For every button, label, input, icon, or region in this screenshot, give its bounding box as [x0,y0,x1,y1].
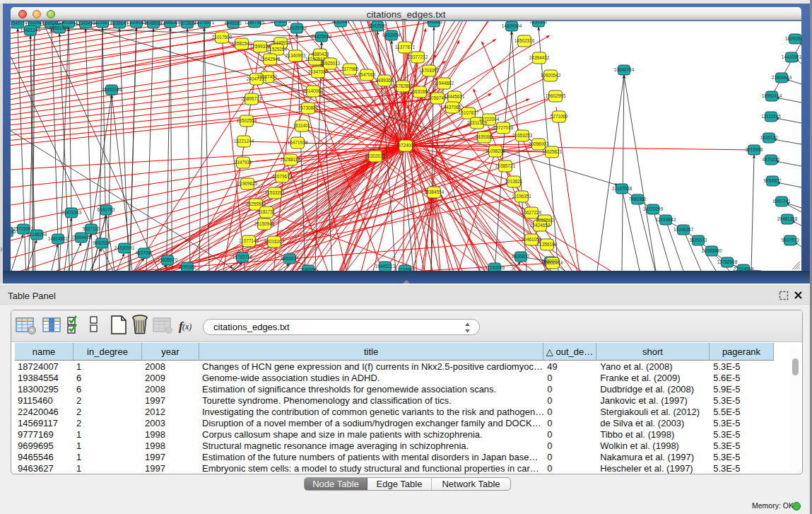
svg-text:16602414: 16602414 [543,260,563,265]
svg-text:20481358: 20481358 [777,216,798,221]
svg-text:24782887: 24782887 [393,83,413,88]
svg-text:14703392: 14703392 [419,68,440,73]
svg-text:7437085: 7437085 [444,105,461,110]
svg-text:8943586: 8943586 [369,23,387,28]
svg-text:9547069: 9547069 [358,72,376,77]
svg-text:13221244: 13221244 [234,139,254,144]
svg-text:11533261: 11533261 [265,190,285,195]
svg-text:11377871: 11377871 [395,45,415,49]
svg-text:7480360: 7480360 [629,197,647,201]
svg-text:18016207: 18016207 [264,239,285,244]
svg-text:8636837: 8636837 [512,254,530,259]
svg-text:4627087: 4627087 [136,250,153,255]
svg-text:5181731: 5181731 [258,209,276,214]
svg-text:12867485: 12867485 [245,21,265,25]
svg-text:3215958: 3215958 [746,147,763,152]
svg-text:25140064: 25140064 [303,88,324,93]
svg-text:15631662: 15631662 [410,89,430,94]
svg-text:2489364: 2489364 [376,78,394,83]
svg-text:19384554: 19384554 [424,189,445,194]
svg-text:10627226: 10627226 [522,210,542,215]
svg-text:2299382: 2299382 [179,264,196,269]
svg-text:10348367: 10348367 [673,227,694,232]
svg-text:6185949: 6185949 [332,21,350,24]
svg-text:23378571: 23378571 [194,21,215,25]
svg-text:1013621: 1013621 [505,179,523,184]
svg-text:15424652: 15424652 [530,223,551,228]
svg-text:7377985: 7377985 [341,66,359,71]
svg-text:(x): (x) [182,322,192,332]
svg-text:26053346: 26053346 [102,87,122,92]
svg-text:23302035: 23302035 [365,153,386,158]
svg-text:12146294: 12146294 [27,232,47,237]
svg-text:13835970: 13835970 [158,257,178,262]
svg-text:11196351: 11196351 [512,194,531,199]
svg-text:11240506: 11240506 [485,265,505,270]
svg-text:9952514: 9952514 [93,240,111,245]
svg-text:25895713: 25895713 [242,96,262,101]
svg-text:15471939: 15471939 [288,140,308,145]
svg-text:6940891: 6940891 [425,21,443,24]
svg-text:23377212: 23377212 [408,54,428,59]
svg-text:14410981: 14410981 [782,54,801,59]
svg-text:20347084: 20347084 [308,69,329,74]
svg-text:14625621: 14625621 [542,149,563,154]
svg-text:8052560: 8052560 [536,218,554,223]
svg-text:6452654: 6452654 [383,33,401,37]
svg-text:3347931: 3347931 [235,160,252,165]
svg-text:5271069: 5271069 [551,114,568,119]
svg-text:14814801: 14814801 [48,236,69,241]
svg-text:6991741: 6991741 [773,199,791,204]
svg-text:18992414: 18992414 [762,93,782,98]
svg-text:9764927: 9764927 [764,178,782,183]
svg-text:24047101: 24047101 [247,76,267,81]
svg-text:20691406: 20691406 [49,25,70,30]
svg-text:23800844: 23800844 [772,75,792,80]
svg-text:3329373: 3329373 [690,238,707,243]
svg-text:14635762: 14635762 [287,25,307,30]
svg-text:15642948: 15642948 [260,57,281,62]
svg-text:18724007: 18724007 [396,143,416,148]
svg-text:14502316: 14502316 [514,38,535,43]
svg-text:4870226: 4870226 [763,157,780,162]
svg-text:11525264: 11525264 [267,47,287,52]
svg-text:16793736: 16793736 [233,255,253,259]
svg-text:13235674: 13235674 [93,21,113,25]
svg-text:19602995: 19602995 [546,93,566,98]
svg-text:21825944: 21825944 [312,34,332,39]
svg-text:21340993: 21340993 [286,53,306,58]
svg-text:12079674: 12079674 [272,174,293,179]
svg-text:10848784: 10848784 [614,67,635,72]
svg-text:19786573: 19786573 [271,21,291,23]
svg-text:9327110: 9327110 [83,226,100,231]
svg-text:10920542: 10920542 [541,73,561,78]
svg-text:24394432: 24394432 [529,55,550,60]
svg-text:12014643: 12014643 [656,217,676,222]
svg-text:20096003: 20096003 [529,141,549,146]
svg-text:6839388: 6839388 [476,134,493,139]
svg-text:12782508: 12782508 [717,259,738,264]
svg-text:21653253: 21653253 [512,133,533,138]
svg-text:25715002: 25715002 [13,226,34,231]
svg-text:11944882: 11944882 [434,81,454,86]
svg-text:21909625: 21909625 [237,181,258,186]
svg-text:21017609: 21017609 [212,35,233,40]
svg-text:23886360: 23886360 [160,21,181,25]
svg-text:13925013: 13925013 [320,61,341,66]
svg-text:15107837: 15107837 [459,110,479,115]
svg-text:1831692: 1831692 [530,21,548,24]
svg-text:8463637: 8463637 [281,256,299,261]
svg-text:18092818: 18092818 [785,36,801,41]
svg-text:23259589: 23259589 [246,201,266,206]
svg-text:18445631: 18445631 [445,94,465,99]
svg-text:23502558: 23502558 [237,118,257,123]
svg-text:7611401: 7611401 [293,123,311,128]
svg-text:13006085: 13006085 [126,21,147,25]
svg-text:4880428: 4880428 [312,52,329,57]
svg-text:15421249: 15421249 [20,28,41,33]
svg-text:23288118: 23288118 [281,157,300,162]
svg-text:19539665: 19539665 [25,21,45,25]
svg-text:11077143: 11077143 [239,238,259,243]
svg-text:14370299: 14370299 [643,206,664,211]
svg-text:13722004: 13722004 [479,117,500,122]
